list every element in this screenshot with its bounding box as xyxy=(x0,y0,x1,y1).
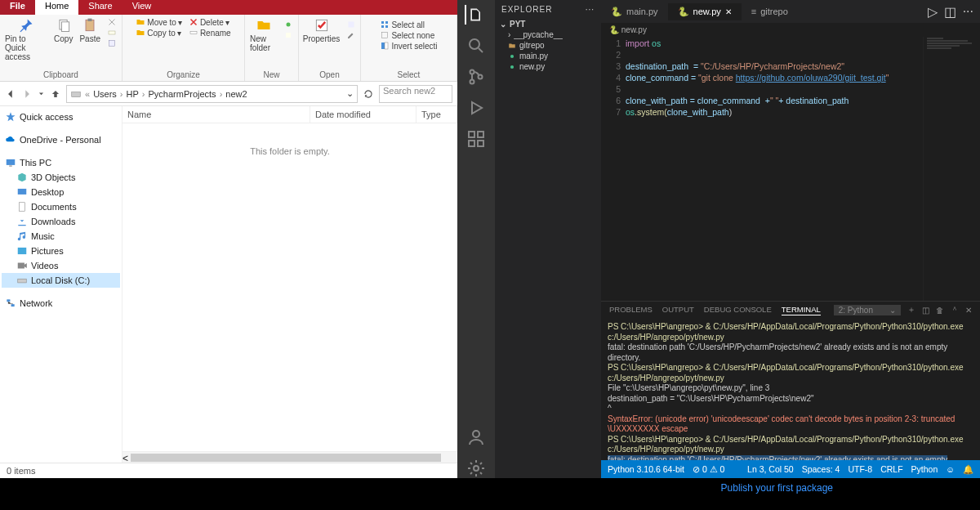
nav-quick-access[interactable]: Quick access xyxy=(2,110,120,124)
easy-access-button[interactable] xyxy=(283,30,293,40)
status-language[interactable]: Python xyxy=(911,464,938,475)
svg-rect-32 xyxy=(469,132,474,137)
nav-network[interactable]: Network xyxy=(2,296,120,311)
nav-documents[interactable]: Documents xyxy=(2,199,120,214)
crumb-users[interactable]: Users xyxy=(93,89,117,99)
tab-view[interactable]: View xyxy=(122,0,162,15)
nav-downloads[interactable]: Downloads xyxy=(2,214,120,229)
rename-button[interactable]: Rename xyxy=(189,28,231,38)
nav-desktop[interactable]: Desktop xyxy=(2,185,120,199)
split-icon[interactable]: ◫ xyxy=(944,4,956,20)
more-icon[interactable]: ··· xyxy=(586,5,595,14)
breadcrumb[interactable]: « Users› HP› PycharmProjects› new2 ⌄ xyxy=(66,85,358,103)
search-icon[interactable] xyxy=(466,36,486,56)
tree-new-py[interactable]: new.py xyxy=(498,61,598,72)
forward-icon[interactable] xyxy=(21,88,33,100)
debug-icon[interactable] xyxy=(466,98,486,118)
extensions-icon[interactable] xyxy=(466,129,486,149)
account-icon[interactable] xyxy=(466,427,486,447)
open-button[interactable] xyxy=(346,20,356,29)
tab-debug-console[interactable]: DEBUG CONSOLE xyxy=(704,305,772,315)
terminal-content[interactable]: PS C:\Users\HP\angrepo> & C:/Users/HP/Ap… xyxy=(601,319,980,460)
tab-new-py[interactable]: 🐍new.py✕ xyxy=(668,3,742,20)
status-position[interactable]: Ln 3, Col 50 xyxy=(747,464,794,475)
select-all-button[interactable]: Select all xyxy=(380,20,437,29)
tree-main-py[interactable]: main.py xyxy=(498,51,598,61)
nav-music[interactable]: Music xyxy=(2,229,120,244)
crumb-new2[interactable]: new2 xyxy=(225,89,247,99)
edit-button[interactable] xyxy=(346,30,356,40)
tab-output[interactable]: OUTPUT xyxy=(662,305,694,315)
more-icon[interactable]: ··· xyxy=(963,4,973,20)
code-content[interactable]: import os destination_path = "C:/Users/H… xyxy=(626,37,923,301)
tab-problems[interactable]: PROBLEMS xyxy=(609,305,653,315)
move-to-button[interactable]: Move to ▾ xyxy=(136,17,182,27)
tree-gitrepo[interactable]: gitrepo xyxy=(498,40,598,51)
refresh-icon[interactable] xyxy=(363,88,374,100)
nav-3d-objects[interactable]: 3D Objects xyxy=(2,170,120,185)
copy-button[interactable]: Copy xyxy=(54,17,73,43)
search-input[interactable]: Search new2 xyxy=(379,85,452,103)
tab-terminal[interactable]: TERMINAL xyxy=(782,305,821,315)
nav-local-disk-c[interactable]: Local Disk (C:) xyxy=(2,273,120,288)
feedback-icon[interactable]: ☺ xyxy=(946,464,955,475)
invert-selection-button[interactable]: Invert selecti xyxy=(380,41,437,51)
col-type[interactable]: Type xyxy=(416,106,457,123)
column-headers[interactable]: Name Date modified Type xyxy=(122,106,457,123)
paste-button[interactable]: Paste xyxy=(79,17,100,43)
col-date[interactable]: Date modified xyxy=(310,106,416,123)
close-icon[interactable]: ✕ xyxy=(725,7,732,16)
paste-shortcut-button[interactable] xyxy=(107,38,117,48)
new-terminal-icon[interactable]: ＋ xyxy=(907,305,915,315)
status-spaces[interactable]: Spaces: 4 xyxy=(802,464,840,475)
nav-this-pc[interactable]: This PC xyxy=(2,155,120,170)
code-editor[interactable]: 1234567 import os destination_path = "C:… xyxy=(601,37,980,301)
invert-icon xyxy=(380,41,390,51)
nav-pictures[interactable]: Pictures xyxy=(2,244,120,258)
nav-onedrive[interactable]: OneDrive - Personal xyxy=(2,132,120,147)
delete-button[interactable]: Delete ▾ xyxy=(189,17,231,27)
kill-terminal-icon[interactable]: 🗑 xyxy=(936,306,944,315)
files-icon[interactable] xyxy=(465,5,484,25)
tab-gitrepo[interactable]: ≡gitrepo xyxy=(742,3,798,20)
maximize-icon[interactable]: ＾ xyxy=(951,305,959,315)
minimap[interactable] xyxy=(923,37,980,301)
new-folder-button[interactable]: New folder xyxy=(250,17,277,52)
publish-package-link[interactable]: Publish your first package xyxy=(721,482,833,494)
crumb-hp[interactable]: HP xyxy=(127,89,139,99)
nav-videos[interactable]: Videos xyxy=(2,258,120,273)
status-eol[interactable]: CRLF xyxy=(880,464,902,475)
crumb-pycharmprojects[interactable]: PycharmProjects xyxy=(148,89,216,99)
tab-file[interactable]: File xyxy=(0,0,35,15)
source-control-icon[interactable] xyxy=(466,67,486,87)
tab-main-py[interactable]: 🐍main.py xyxy=(601,3,668,20)
tree-pycache[interactable]: ›__pycache__ xyxy=(498,29,598,40)
split-terminal-icon[interactable]: ◫ xyxy=(922,306,929,315)
back-icon[interactable] xyxy=(5,88,16,100)
tab-share[interactable]: Share xyxy=(78,0,122,15)
tree-root[interactable]: ⌄PYT xyxy=(498,19,598,29)
pin-quick-access-button[interactable]: Pin to Quick access xyxy=(5,17,47,61)
breadcrumb[interactable]: 🐍 new.py xyxy=(601,23,980,37)
run-icon[interactable]: ▷ xyxy=(928,4,938,20)
status-errors[interactable]: ⊘ 0 ⚠ 0 xyxy=(693,464,724,474)
copy-to-button[interactable]: Copy to ▾ xyxy=(136,28,182,38)
col-name[interactable]: Name xyxy=(122,106,310,123)
up-icon[interactable] xyxy=(50,88,61,100)
tab-home[interactable]: Home xyxy=(35,0,78,15)
chevron-down-icon[interactable] xyxy=(38,88,45,100)
cut-button[interactable] xyxy=(107,17,117,27)
new-item-button[interactable] xyxy=(283,20,293,29)
status-encoding[interactable]: UTF-8 xyxy=(848,464,872,475)
bell-icon[interactable]: 🔔 xyxy=(963,464,973,475)
status-python[interactable]: Python 3.10.6 64-bit xyxy=(608,464,684,474)
terminal-selector[interactable]: 2: Python⌄ xyxy=(834,305,901,315)
properties-button[interactable]: Properties xyxy=(303,17,341,43)
close-panel-icon[interactable]: ✕ xyxy=(965,306,972,315)
checkbox-icon xyxy=(314,17,330,34)
ribbon-tabstrip: File Home Share View xyxy=(0,0,457,15)
copy-path-button[interactable] xyxy=(107,28,117,38)
select-none-button[interactable]: Select none xyxy=(380,30,437,40)
gear-icon[interactable] xyxy=(466,459,486,478)
horizontal-scrollbar[interactable]: < xyxy=(122,451,457,463)
